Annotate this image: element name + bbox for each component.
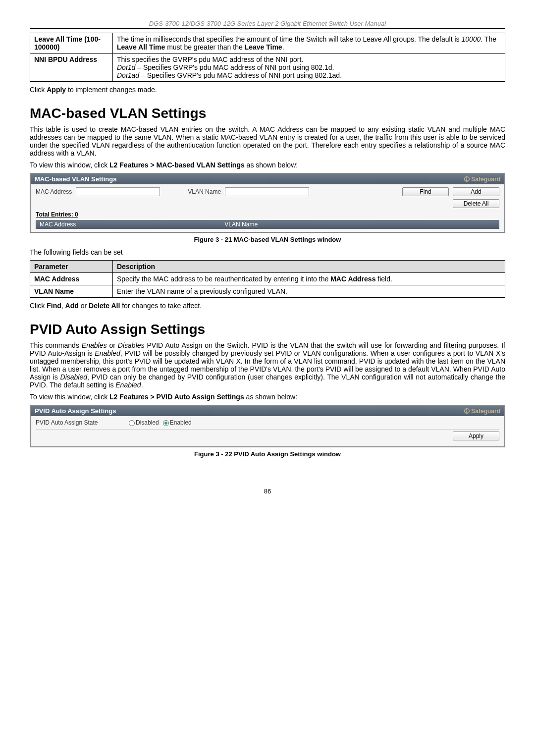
section2-nav: To view this window, click L2 Features >… [30, 393, 505, 401]
panel-body: PVID Auto Assign State Disabled Enabled … [31, 416, 504, 446]
pvid-settings-panel: PVID Auto Assign Settings 🛈 Safeguard PV… [30, 405, 505, 447]
total-entries: Total Entries: 0 [36, 211, 499, 218]
safeguard-badge: 🛈 Safeguard [464, 176, 500, 183]
form-row: MAC Address VLAN Name Find Add [36, 187, 499, 196]
safeguard-badge: 🛈 Safeguard [464, 408, 500, 415]
table-row: NNI BPDU Address This specifies the GVRP… [30, 54, 505, 82]
radio-enabled[interactable]: Enabled [163, 419, 192, 426]
radio-disabled[interactable]: Disabled [129, 419, 159, 426]
param-name: Leave All Time (100-100000) [30, 33, 113, 54]
param-name: MAC Address [30, 273, 113, 285]
fields-intro: The following fields can be set [30, 248, 505, 256]
mac-vlan-param-table: Parameter Description MAC Address Specif… [30, 260, 505, 298]
panel-body: MAC Address VLAN Name Find Add Delete Al… [31, 184, 504, 232]
click-find-add-note: Click Find, Add or Delete All for change… [30, 302, 505, 310]
panel-titlebar: PVID Auto Assign Settings 🛈 Safeguard [31, 406, 504, 416]
vlan-name-label: VLAN Name [188, 188, 221, 195]
figure-caption-2: Figure 3 - 22 PVID Auto Assign Settings … [30, 450, 505, 458]
mac-address-input[interactable] [76, 187, 160, 196]
param-desc: Enter the VLAN name of a previously conf… [113, 285, 505, 298]
radio-icon [163, 420, 169, 426]
col-vlan-name: VLAN Name [224, 221, 258, 228]
table-header-row: Parameter Description [30, 261, 505, 273]
doc-header: DGS-3700-12/DGS-3700-12G Series Layer 2 … [30, 20, 505, 29]
form-row-2: Delete All [36, 199, 499, 208]
pvid-state-label: PVID Auto Assign State [36, 419, 125, 426]
panel-title: PVID Auto Assign Settings [35, 407, 116, 415]
section1-nav: To view this window, click L2 Features >… [30, 161, 505, 169]
form-row-apply: Apply [36, 432, 499, 440]
param-desc: The time in milliseconds that specifies … [113, 33, 505, 54]
radio-icon [129, 420, 135, 426]
mac-address-label: MAC Address [36, 188, 72, 195]
form-row: PVID Auto Assign State Disabled Enabled [36, 419, 499, 426]
param-desc: This specifies the GVRP's pdu MAC addres… [113, 54, 505, 82]
mac-vlan-settings-panel: MAC-based VLAN Settings 🛈 Safeguard MAC … [30, 173, 505, 233]
table-row: MAC Address Specify the MAC address to b… [30, 273, 505, 285]
apply-button[interactable]: Apply [453, 432, 499, 440]
gvrp-param-table: Leave All Time (100-100000) The time in … [30, 33, 505, 82]
results-header: MAC Address VLAN Name [36, 220, 499, 229]
table-row: Leave All Time (100-100000) The time in … [30, 33, 505, 54]
header-parameter: Parameter [30, 261, 113, 273]
param-desc: Specify the MAC address to be reauthenti… [113, 273, 505, 285]
section-title-pvid: PVID Auto Assign Settings [30, 322, 505, 337]
divider [36, 429, 499, 430]
add-button[interactable]: Add [453, 187, 499, 196]
figure-caption-1: Figure 3 - 21 MAC-based VLAN Settings wi… [30, 236, 505, 243]
header-description: Description [113, 261, 505, 273]
section-title-mac-vlan: MAC-based VLAN Settings [30, 106, 505, 121]
param-name: VLAN Name [30, 285, 113, 298]
delete-all-button[interactable]: Delete All [453, 199, 499, 208]
panel-titlebar: MAC-based VLAN Settings 🛈 Safeguard [31, 174, 504, 184]
find-button[interactable]: Find [402, 187, 449, 196]
panel-title: MAC-based VLAN Settings [35, 175, 116, 183]
section1-para: This table is used to create MAC-based V… [30, 125, 505, 157]
table-row: VLAN Name Enter the VLAN name of a previ… [30, 285, 505, 298]
page-number: 86 [30, 487, 505, 495]
click-apply-note: Click Apply to implement changes made. [30, 86, 505, 94]
vlan-name-input[interactable] [225, 187, 309, 196]
col-mac-address: MAC Address [40, 221, 76, 228]
section2-para: This commands Enables or Disables PVID A… [30, 341, 505, 389]
param-name: NNI BPDU Address [30, 54, 113, 82]
